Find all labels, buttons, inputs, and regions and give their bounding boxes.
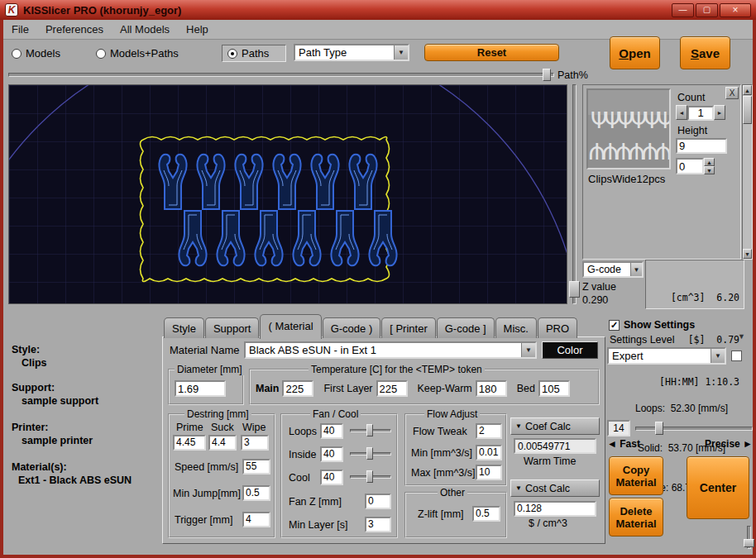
flow-tweak-input[interactable] xyxy=(476,423,502,439)
open-rest: pen xyxy=(629,46,651,60)
tab-material-gcode[interactable]: G-code ) xyxy=(323,317,381,338)
diameter-input[interactable] xyxy=(175,380,226,397)
scrollbar-up-button[interactable]: ▲ xyxy=(743,85,752,95)
close-button[interactable]: × xyxy=(720,3,751,17)
cost-value-input[interactable] xyxy=(514,501,596,517)
maximize-button[interactable]: ▢ xyxy=(696,3,718,17)
count-decrement-button[interactable]: ◄ xyxy=(676,105,687,120)
chevron-down-icon: ▼ xyxy=(398,49,404,56)
wipe-label: Wipe xyxy=(242,422,266,433)
temp-bed-input[interactable] xyxy=(538,380,570,397)
tab-style[interactable]: Style xyxy=(164,317,204,338)
materials-value: Ext1 - Black ABS eSUN xyxy=(18,475,132,486)
fast-arrow-icon: ◄ xyxy=(607,438,617,450)
menu-item-preferences[interactable]: Preferences xyxy=(37,21,112,38)
viewport-3d-view[interactable] xyxy=(8,84,567,304)
path-type-dropdown[interactable]: Path Type ▼ xyxy=(294,44,409,61)
open-button[interactable]: Open xyxy=(610,36,660,69)
misc-slider-thumb[interactable] xyxy=(744,539,754,547)
save-button[interactable]: Save xyxy=(680,36,730,69)
loops-speed: Loops: 52.30 [mm/s] xyxy=(610,402,753,415)
tab-misc[interactable]: Misc. xyxy=(495,317,537,338)
tab-support[interactable]: Support xyxy=(205,317,260,338)
tab-printer-gcode[interactable]: G-code ] xyxy=(437,317,495,338)
open-accel: O xyxy=(619,46,629,60)
min-layer-input[interactable] xyxy=(365,517,391,532)
coef-calc-button[interactable]: ▼ Coef Calc xyxy=(510,417,600,435)
scrollbar-thumb[interactable] xyxy=(743,96,752,124)
fast-precise-labels: ◄ Fast Precise ► xyxy=(607,438,753,450)
model-thumbnail[interactable]: ΨΨΨΨΨΨΨΨΨΨΨΨ xyxy=(586,88,671,169)
svg-text:Ψ: Ψ xyxy=(655,138,671,163)
prime-input[interactable] xyxy=(173,435,206,451)
z-offset-field-wrap xyxy=(676,158,704,174)
menu-item-all-models[interactable]: All Models xyxy=(112,21,178,38)
gcode-dropdown[interactable]: G-code ▼ xyxy=(582,261,644,278)
fan-z-input[interactable] xyxy=(365,494,391,509)
settings-level-dropdown[interactable]: Expert ▼ xyxy=(607,347,726,365)
material-name-dropdown[interactable]: Black ABS eSUN - in Ext 1 ▼ xyxy=(244,341,537,359)
tab-pro[interactable]: PRO xyxy=(538,317,577,338)
delete-material-button[interactable]: Delete Material xyxy=(609,498,663,537)
temp-keep-warm-input[interactable] xyxy=(476,380,507,397)
z-layer-slider-thumb[interactable] xyxy=(569,281,580,298)
color-button[interactable]: Color xyxy=(542,341,598,359)
temp-first-layer-input[interactable] xyxy=(376,380,408,397)
fast-precise-slider[interactable] xyxy=(635,427,753,431)
fan-cool-input[interactable] xyxy=(320,470,343,485)
copy-material-button[interactable]: Copy Material xyxy=(609,456,663,495)
count-increment-button[interactable]: ► xyxy=(714,105,725,120)
settings-level-checkbox[interactable] xyxy=(731,351,742,361)
tab-material[interactable]: ( Material xyxy=(260,314,321,339)
cost-calc-button[interactable]: ▼ Cost Calc xyxy=(510,479,600,497)
radio-paths-circle xyxy=(227,49,237,59)
fan-cool-slider-thumb[interactable] xyxy=(366,470,373,483)
count-right-icon: ► xyxy=(717,110,723,116)
menu-item-help[interactable]: Help xyxy=(178,21,217,38)
z-offset-input[interactable] xyxy=(676,158,704,174)
min-flow-input[interactable] xyxy=(476,445,502,460)
menu-item-file[interactable]: File xyxy=(3,21,37,38)
title-bar[interactable]: K KISSlicer PRO (khorunjy_egor) — ▢ × xyxy=(0,0,756,20)
z-offset-down-button[interactable]: ▼ xyxy=(704,166,715,174)
path-percent-slider-thumb[interactable] xyxy=(543,69,551,81)
style-value: Clips xyxy=(22,357,47,369)
max-flow-input[interactable] xyxy=(476,465,502,480)
scrollbar-down-button[interactable]: ▼ xyxy=(743,249,752,259)
min-flow-wrap xyxy=(476,444,502,460)
tab-printer[interactable]: [ Printer xyxy=(381,317,436,338)
radio-paths[interactable]: Paths xyxy=(222,45,286,62)
fast-precise-slider-thumb[interactable] xyxy=(655,422,663,435)
center-button[interactable]: Center xyxy=(687,456,749,519)
path-percent-slider[interactable] xyxy=(8,73,554,77)
minimize-button[interactable]: — xyxy=(672,3,694,17)
show-settings-checkbox[interactable]: ✓ Show Settings xyxy=(609,319,695,331)
min-jump-input[interactable] xyxy=(242,485,270,501)
z-lift-input[interactable] xyxy=(472,506,500,522)
count-input[interactable] xyxy=(687,106,714,121)
settings-level-chevron-icon[interactable]: ▼ xyxy=(738,332,745,341)
model-close-icon: X xyxy=(730,88,735,98)
fan-inside-slider-thumb[interactable] xyxy=(366,447,373,460)
trigger-input[interactable] xyxy=(242,512,270,527)
destring-speed-input[interactable] xyxy=(242,459,270,475)
fan-loops-slider-thumb[interactable] xyxy=(366,424,373,436)
model-panel-scrollbar[interactable]: ▲ ▼ xyxy=(742,84,753,260)
temp-main-input[interactable] xyxy=(282,380,313,397)
materials-label: Material(s): xyxy=(12,461,67,473)
z-offset-up-button[interactable]: ▲ xyxy=(704,158,715,166)
stat-volume: [cm^3] 6.20 xyxy=(650,291,739,305)
height-input[interactable] xyxy=(676,138,727,154)
reset-button[interactable]: Reset xyxy=(424,44,559,61)
model-close-button[interactable]: X xyxy=(725,87,739,99)
settings-level-value: Expert xyxy=(609,350,644,362)
z-layer-slider[interactable] xyxy=(572,84,577,304)
fan-inside-input[interactable] xyxy=(320,446,343,462)
fan-loops-input[interactable] xyxy=(320,423,343,439)
radio-models-paths[interactable]: Models+Paths xyxy=(96,47,179,60)
min-layer-label: Min Layer [s] xyxy=(289,519,348,531)
wipe-input[interactable] xyxy=(241,435,269,451)
radio-models[interactable]: Models xyxy=(12,47,60,60)
cost-calc-chevron-icon: ▼ xyxy=(515,484,522,492)
suck-input[interactable] xyxy=(208,435,237,451)
